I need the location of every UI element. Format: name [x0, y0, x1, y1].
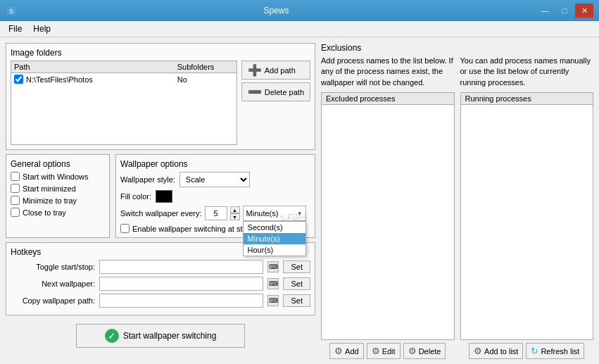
running-processes-header: Running processes: [461, 93, 593, 105]
option-close-tray: Close to tray: [11, 208, 105, 217]
image-folders-label: Image folders: [11, 48, 310, 58]
folders-table: Path Subfolders N:\TestFiles\Photos No: [11, 61, 237, 145]
exclusions-desc-right: You can add process names manually or us…: [460, 56, 594, 88]
options-row: General options Start with Windows Start…: [6, 154, 315, 238]
time-option-seconds[interactable]: Second(s): [244, 222, 305, 233]
window-controls: — □ ✕: [536, 4, 593, 18]
window-title: Spews: [17, 6, 536, 15]
minimize-tray-label: Minimize to tray: [23, 196, 77, 205]
time-unit-label: Minute(s): [246, 209, 279, 218]
menu-file[interactable]: File: [3, 23, 27, 35]
exclusions-description: Add process names to the list below. If …: [321, 56, 593, 88]
maximize-button[interactable]: □: [555, 4, 574, 18]
hotkey-toggle-label: Toggle start/stop:: [11, 263, 95, 271]
add-to-list-button[interactable]: ⚙ Add to list: [469, 343, 523, 359]
start-windows-label: Start with Windows: [23, 172, 89, 181]
hotkey-toggle-set-button[interactable]: Set: [283, 261, 310, 273]
wp-style-row: Wallpaper style: Scale Center Tile Stret…: [120, 172, 310, 187]
hotkey-next-icon: ⌨: [267, 278, 279, 289]
hotkey-next-set-button[interactable]: Set: [283, 277, 310, 290]
hotkey-copy-set-button[interactable]: Set: [283, 294, 310, 307]
exclusions-section: Exclusions Add process names to the list…: [321, 43, 593, 359]
time-unit-list: Second(s) Minute(s) Hour(s): [243, 221, 306, 256]
minimize-button[interactable]: —: [536, 4, 554, 18]
hotkey-toggle-input[interactable]: [99, 260, 263, 274]
exclusions-label: Exclusions: [321, 43, 593, 53]
main-content: Image folders Path Subfolders N:\TestFil…: [0, 37, 599, 364]
right-panel: Exclusions Add process names to the list…: [321, 43, 593, 359]
switch-row: Switch wallpaper every: ▲ ▼ Minute(s) ▼ …: [120, 206, 310, 221]
refresh-list-label: Refresh list: [541, 347, 579, 356]
general-options-section: General options Start with Windows Start…: [6, 154, 110, 238]
excluded-buttons-row: ⚙ Add ⚙ Edit ⚙ Delete: [321, 343, 455, 359]
spin-down-button[interactable]: ▼: [230, 213, 240, 220]
table-header: Path Subfolders: [11, 61, 237, 73]
start-button[interactable]: ✓ Start wallpaper switching: [76, 324, 246, 348]
hotkey-next-input[interactable]: [99, 277, 263, 291]
left-panel: Image folders Path Subfolders N:\TestFil…: [6, 43, 315, 359]
close-tray-label: Close to tray: [23, 208, 66, 217]
add-excluded-label: Add: [345, 347, 359, 356]
hotkey-toggle-icon: ⌨: [267, 261, 279, 272]
time-unit-button[interactable]: Minute(s) ▼: [243, 206, 306, 221]
running-list-container: Running processes ⚙ Add to list ↻ Refres…: [460, 92, 594, 359]
edit-excluded-button[interactable]: ⚙ Edit: [367, 343, 401, 359]
delete-excluded-label: Delete: [419, 347, 441, 356]
hotkey-copy-label: Copy wallpaper path:: [11, 296, 95, 305]
start-windows-checkbox[interactable]: [11, 172, 20, 181]
exclusions-lists-row: Excluded processes ⚙ Add ⚙ Edit ⚙: [321, 92, 593, 359]
add-excluded-icon: ⚙: [334, 346, 343, 356]
folder-checkbox[interactable]: [14, 75, 23, 84]
hotkey-toggle-row: Toggle start/stop: ⌨ Set: [11, 260, 310, 274]
col-path-header: Path: [14, 63, 177, 71]
add-to-list-icon: ⚙: [474, 346, 482, 356]
option-start-minimized: Start minimized: [11, 184, 105, 193]
minimize-tray-checkbox[interactable]: [11, 196, 20, 205]
folder-sub-cell: No: [177, 75, 234, 84]
edit-excluded-label: Edit: [382, 347, 396, 356]
hotkey-next-row: Next wallpaper: ⌨ Set: [11, 277, 310, 291]
image-folders-section: Image folders Path Subfolders N:\TestFil…: [6, 43, 315, 150]
close-tray-checkbox[interactable]: [11, 208, 20, 217]
app-icon: S: [6, 5, 17, 16]
running-buttons-row: ⚙ Add to list ↻ Refresh list: [460, 343, 594, 359]
wp-style-label: Wallpaper style:: [120, 175, 175, 184]
title-bar: S Spews — □ ✕: [0, 0, 599, 21]
folder-buttons: ➕ Add path ➖ Delete path: [241, 61, 310, 145]
close-button[interactable]: ✕: [575, 4, 593, 18]
time-option-hours[interactable]: Hour(s): [244, 244, 305, 256]
start-icon: ✓: [105, 329, 119, 343]
delete-excluded-icon: ⚙: [408, 346, 417, 356]
wallpaper-style-select[interactable]: Scale Center Tile Stretch Fit Fill: [179, 172, 250, 187]
exclusions-desc-left: Add process names to the list below. If …: [321, 56, 455, 88]
time-unit-dropdown: Minute(s) ▼ Second(s) Minute(s) Hour(s): [243, 206, 306, 221]
delete-path-button[interactable]: ➖ Delete path: [241, 82, 310, 101]
start-minimized-checkbox[interactable]: [11, 184, 20, 193]
spinner-buttons: ▲ ▼: [230, 206, 240, 220]
add-path-button[interactable]: ➕ Add path: [241, 61, 310, 80]
fill-color-picker[interactable]: [156, 190, 172, 203]
enable-switching-label: Enable wallpaper switching at start: [132, 225, 251, 233]
switch-label: Switch wallpaper every:: [120, 209, 202, 218]
hotkey-copy-input[interactable]: [99, 294, 263, 308]
time-option-minutes[interactable]: Minute(s): [244, 233, 305, 244]
dropdown-arrow-icon: ▼: [297, 211, 303, 217]
start-button-label: Start wallpaper switching: [123, 331, 217, 341]
delete-path-icon: ➖: [248, 85, 262, 99]
start-minimized-label: Start minimized: [23, 184, 76, 193]
spin-up-button[interactable]: ▲: [230, 206, 240, 213]
switch-number-input[interactable]: [205, 206, 227, 220]
svg-text:S: S: [9, 8, 13, 15]
hotkey-copy-icon: ⌨: [267, 295, 279, 306]
folder-path-cell: N:\TestFiles\Photos: [14, 75, 177, 84]
folder-path-text: N:\TestFiles\Photos: [26, 75, 93, 84]
running-processes-listbox: Running processes: [460, 92, 594, 340]
excluded-processes-header: Excluded processes: [322, 93, 454, 105]
refresh-list-button[interactable]: ↻ Refresh list: [526, 343, 584, 359]
enable-switching-checkbox[interactable]: [120, 224, 130, 233]
menu-help[interactable]: Help: [27, 23, 56, 35]
delete-excluded-button[interactable]: ⚙ Delete: [403, 343, 446, 359]
hotkey-copy-row: Copy wallpaper path: ⌨ Set: [11, 294, 310, 308]
delete-path-label: Delete path: [265, 88, 304, 96]
add-excluded-button[interactable]: ⚙ Add: [329, 343, 364, 359]
